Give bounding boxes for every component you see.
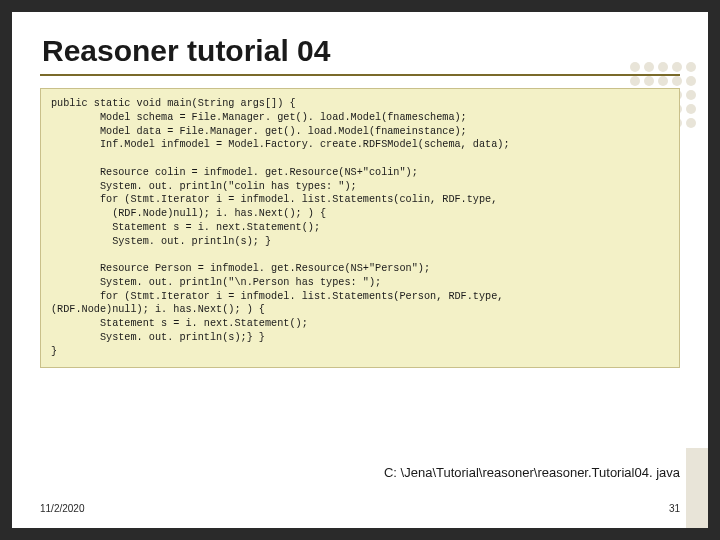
slide-title: Reasoner tutorial 04 bbox=[42, 34, 330, 68]
slide-date: 11/2/2020 bbox=[40, 503, 85, 514]
code-block: public static void main(String args[]) {… bbox=[40, 88, 680, 368]
decorative-footer-side bbox=[686, 448, 708, 528]
title-underline bbox=[40, 74, 680, 76]
file-path-label: C: \Jena\Tutorial\reasoner\reasoner.Tuto… bbox=[384, 465, 680, 480]
slide-page-number: 31 bbox=[669, 503, 680, 514]
slide: Reasoner tutorial 04 public static void … bbox=[12, 12, 708, 528]
